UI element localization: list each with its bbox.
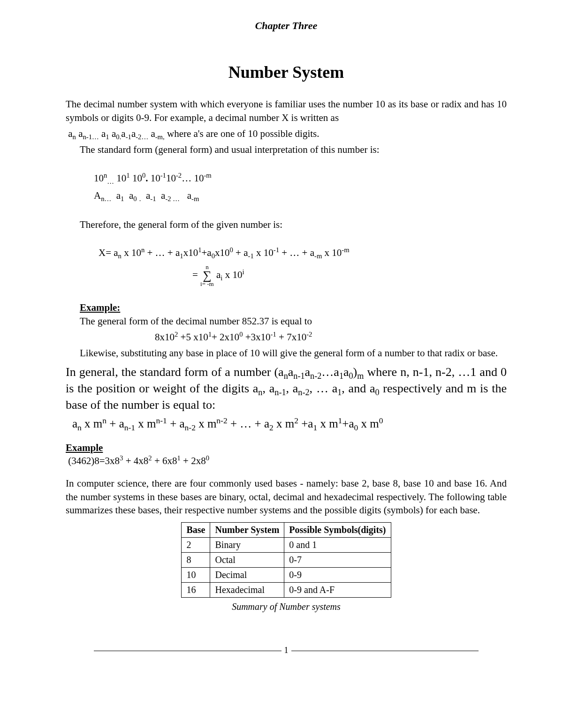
- intro-paragraph-2: an an-1… a1 a0.a-1a-2… a-m, where a's ar…: [66, 127, 507, 140]
- sigma-icon: n ∑ i= -m: [200, 264, 214, 287]
- intro-paragraph-3: The standard form (general form) and usu…: [66, 143, 507, 156]
- example1-formula: 8x102 +5 x101+ 2x100 +3x10-1 + 7x10-2: [155, 330, 507, 344]
- cell-symbols: 0-9: [284, 568, 391, 583]
- example1-label: Example:: [66, 301, 507, 314]
- standard-form-block: 10n… 101 100. 10-110-2… 10-m An… a1 a0 .…: [94, 171, 507, 204]
- chapter-label: Chapter Three: [66, 19, 507, 33]
- cell-symbols: 0-7: [284, 553, 391, 568]
- table-row: 16 Hexadecimal 0-9 and A-F: [182, 583, 391, 598]
- page-number: 1: [282, 645, 291, 656]
- table-row: 2 Binary 0 and 1: [182, 538, 391, 553]
- x-equation: X= an x 10n + … + a1x101+a0x100 + a-1 x …: [99, 245, 507, 261]
- col-base: Base: [182, 523, 210, 538]
- coefficients-line: An… a1 a0 . a-1 a-2 … a-m: [94, 188, 507, 204]
- cell-base: 10: [182, 568, 210, 583]
- digit-notation: an an-1… a1 a0.a-1a-2… a-m,: [66, 128, 165, 139]
- general-formula: an x mn + an-1 x mn-1 + an-2 x mn-2 + … …: [72, 416, 507, 432]
- table-header-row: Base Number System Possible Symbols(digi…: [182, 523, 391, 538]
- page-footer: 1: [94, 651, 479, 662]
- table-row: 10 Decimal 0-9: [182, 568, 391, 583]
- example1-text: The general form of the decimal number 8…: [66, 315, 507, 328]
- cell-system: Binary: [210, 538, 284, 553]
- example2-label: Example: [66, 441, 507, 454]
- col-system: Number System: [210, 523, 284, 538]
- powers-line: 10n… 101 100. 10-110-2… 10-m: [94, 171, 507, 187]
- cell-system: Decimal: [210, 568, 284, 583]
- col-symbols: Possible Symbols(digits): [284, 523, 391, 538]
- cell-symbols: 0-9 and A-F: [284, 583, 391, 598]
- cell-symbols: 0 and 1: [284, 538, 391, 553]
- cell-base: 2: [182, 538, 210, 553]
- table-row: 8 Octal 0-7: [182, 553, 391, 568]
- cell-base: 16: [182, 583, 210, 598]
- number-systems-table: Base Number System Possible Symbols(digi…: [181, 522, 391, 598]
- cell-system: Hexadecimal: [210, 583, 284, 598]
- therefore-line: Therefore, the general form of the given…: [66, 218, 507, 231]
- cs-bases-paragraph: In computer science, there are four comm…: [66, 477, 507, 517]
- cell-base: 8: [182, 553, 210, 568]
- general-standard-form-text: In general, the standard form of a numbe…: [66, 364, 507, 413]
- likewise-paragraph: Likewise, substituting any base in place…: [66, 346, 507, 360]
- intro-paragraph-1: The decimal number system with which eve…: [66, 98, 507, 124]
- summation-line: = n ∑ i= -m ai x 10i: [192, 264, 507, 287]
- cell-system: Octal: [210, 553, 284, 568]
- page-title: Number System: [66, 61, 507, 84]
- example2-formula: (3462)8=3x83 + 4x82 + 6x81 + 2x80: [66, 454, 507, 467]
- general-form-block: X= an x 10n + … + a1x101+a0x100 + a-1 x …: [99, 245, 507, 287]
- intro2-rest: where a's are one of 10 possible digits.: [165, 128, 320, 139]
- table-caption: Summary of Number systems: [66, 600, 507, 613]
